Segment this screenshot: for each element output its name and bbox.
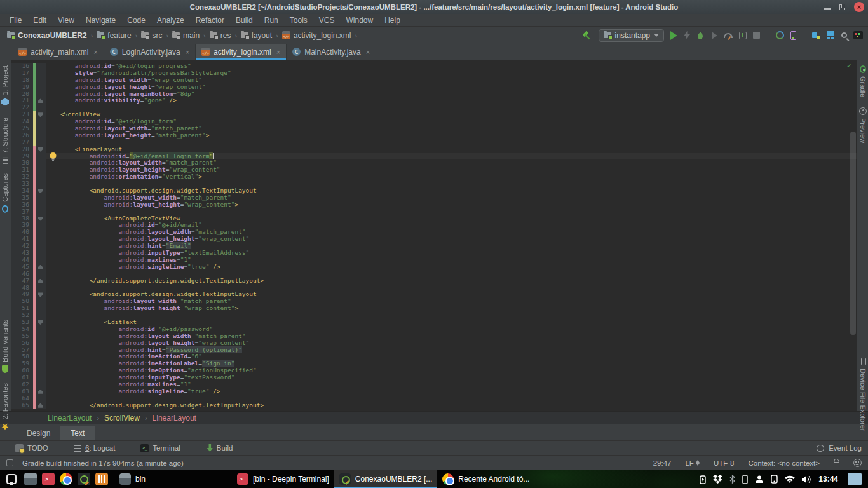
line-number[interactable]: 19 — [11, 84, 33, 91]
menu-edit[interactable]: Edit — [27, 15, 52, 26]
menu-navigate[interactable]: Navigate — [80, 15, 121, 26]
tab-LoginActivity.java[interactable]: CLoginActivity.java× — [104, 44, 196, 60]
menu-vcs[interactable]: VCS — [313, 15, 341, 26]
fold-gutter[interactable] — [36, 166, 46, 173]
breadcrumb-item-main[interactable]: main — [170, 30, 201, 41]
fold-gutter[interactable] — [36, 118, 46, 125]
fold-gutter[interactable] — [36, 340, 46, 347]
line-number[interactable]: 37 — [11, 208, 33, 215]
fold-gutter[interactable] — [36, 63, 46, 70]
toolwindow-button-terminal[interactable]: >_Terminal — [140, 444, 180, 452]
fold-gutter[interactable] — [36, 271, 46, 278]
sdk-manager-icon[interactable] — [812, 31, 820, 39]
fold-gutter[interactable] — [36, 132, 46, 139]
menu-run[interactable]: Run — [259, 15, 284, 26]
stop-button[interactable] — [753, 32, 760, 39]
fold-gutter[interactable] — [36, 146, 46, 153]
breadcrumb-item-res[interactable]: res — [208, 30, 233, 41]
fold-up-icon[interactable] — [38, 98, 43, 103]
event-log-button[interactable]: Event Log — [817, 444, 862, 452]
chrome-icon[interactable] — [60, 473, 72, 485]
avd-manager-icon[interactable] — [790, 31, 796, 40]
fold-gutter[interactable] — [36, 312, 46, 319]
line-number[interactable]: 64 — [11, 395, 33, 402]
tab-MainActivity.java[interactable]: CMainActivity.java× — [287, 44, 376, 60]
run-configuration-select[interactable]: instantapp — [599, 29, 664, 42]
code-line[interactable]: 52 — [11, 312, 857, 319]
fold-gutter[interactable] — [36, 257, 46, 264]
fold-gutter[interactable] — [36, 201, 46, 208]
line-number[interactable]: 46 — [11, 271, 33, 278]
volume-icon[interactable] — [802, 475, 811, 484]
fold-gutter[interactable] — [36, 395, 46, 402]
toolwindow--project[interactable]: 1: Project — [1, 65, 9, 105]
fold-gutter[interactable] — [36, 264, 46, 271]
toolwindow-build-variants[interactable]: Build Variants — [1, 320, 9, 375]
fold-gutter[interactable] — [36, 153, 46, 160]
menu-build[interactable]: Build — [230, 15, 259, 26]
maximize-button[interactable] — [839, 4, 845, 10]
fold-down-icon[interactable] — [38, 217, 43, 221]
apply-changes-icon[interactable] — [684, 31, 690, 40]
user-icon[interactable] — [755, 475, 764, 484]
code-line[interactable]: 47 </android.support.design.widget.TextI… — [11, 278, 857, 285]
code-text[interactable]: android:singleLine="true" /> — [46, 388, 857, 395]
intention-bulb-icon[interactable] — [49, 152, 57, 162]
fold-gutter[interactable] — [36, 84, 46, 91]
fold-gutter[interactable] — [36, 278, 46, 285]
fold-gutter[interactable] — [36, 173, 46, 180]
fold-down-icon[interactable] — [38, 112, 43, 117]
close-tab-icon[interactable]: × — [366, 48, 370, 56]
fold-gutter[interactable] — [36, 229, 46, 236]
profiler-icon[interactable] — [724, 33, 733, 38]
fold-gutter[interactable] — [36, 215, 46, 222]
fold-gutter[interactable] — [36, 367, 46, 374]
menu-window[interactable]: Window — [340, 15, 379, 26]
breadcrumb-item-feature[interactable]: feature — [95, 30, 133, 41]
code-text[interactable]: </android.support.design.widget.TextInpu… — [46, 278, 857, 285]
fold-gutter[interactable] — [36, 388, 46, 395]
close-tab-icon[interactable]: × — [186, 48, 189, 56]
fold-gutter[interactable] — [36, 360, 46, 367]
code-line[interactable]: 63 android:singleLine="true" /> — [11, 388, 857, 395]
toolwindow-button-todo[interactable]: TODO — [15, 444, 48, 452]
code-pane[interactable]: 16 android:id="@+id/login_progress"17 st… — [11, 60, 857, 411]
code-line[interactable]: 27 — [11, 139, 857, 146]
code-text[interactable]: android:layout_height="wrap_content" — [46, 340, 857, 347]
fold-gutter[interactable] — [36, 402, 46, 409]
fold-gutter[interactable] — [36, 70, 46, 77]
code-text[interactable]: android:layout_height="wrap_content"> — [46, 305, 857, 312]
code-line[interactable]: 36 android:layout_height="wrap_content"> — [11, 201, 857, 208]
toolwindow--favorites[interactable]: 2: Favorites — [1, 383, 9, 430]
toolwindow-preview[interactable]: Preview — [859, 106, 867, 143]
code-line[interactable]: 28 <LinearLayout — [11, 146, 857, 153]
fold-gutter[interactable] — [36, 305, 46, 312]
toolwindow--structure[interactable]: 7: Structure — [1, 118, 9, 165]
fold-gutter[interactable] — [36, 333, 46, 340]
fold-gutter[interactable] — [36, 353, 46, 360]
sync-gradle-icon[interactable] — [776, 31, 784, 39]
code-text[interactable]: <LinearLayout — [46, 146, 857, 153]
breadcrumb-item-activity_login.xml[interactable]: </>activity_login.xml — [280, 30, 353, 41]
fold-gutter[interactable] — [36, 347, 46, 354]
breadcrumb-item-layout[interactable]: layout — [239, 30, 274, 41]
bluetooth-icon[interactable] — [729, 475, 735, 484]
fold-gutter[interactable] — [36, 187, 46, 194]
store-app-icon[interactable] — [95, 473, 108, 485]
fold-gutter[interactable] — [36, 139, 46, 146]
show-desktop-button[interactable] — [848, 473, 862, 485]
attach-debugger-icon[interactable] — [739, 32, 747, 39]
terminal-app-icon[interactable]: >_ — [42, 473, 55, 485]
tab-design[interactable]: Design — [17, 426, 60, 440]
mdk-icon[interactable] — [853, 31, 863, 39]
caret-position[interactable]: 29:47 — [653, 459, 672, 467]
fold-gutter[interactable] — [36, 298, 46, 305]
fold-gutter[interactable] — [36, 111, 46, 118]
code-line[interactable]: 65 </android.support.design.widget.TextI… — [11, 402, 857, 409]
code-text[interactable] — [46, 104, 857, 111]
menu-help[interactable]: Help — [379, 15, 406, 26]
android-studio-icon[interactable] — [78, 473, 90, 485]
phone-battery-icon[interactable] — [742, 475, 748, 484]
code-text[interactable]: </android.support.design.widget.TextInpu… — [46, 402, 857, 409]
fold-gutter[interactable] — [36, 77, 46, 84]
